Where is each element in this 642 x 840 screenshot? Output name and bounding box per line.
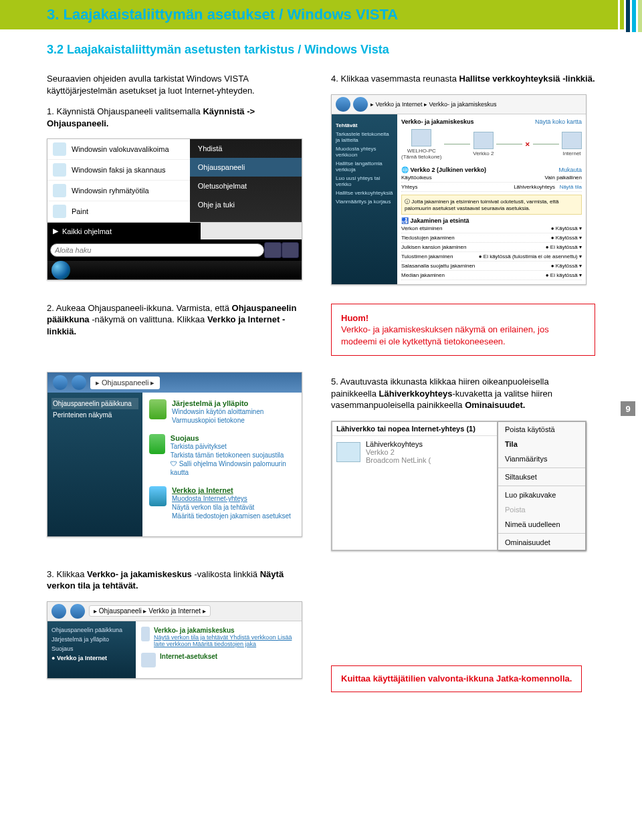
breadcrumb[interactable]: ▸ Ohjauspaneeli ▸ Verkko ja Internet ▸ [89,605,211,617]
menu-item-defaults[interactable]: Oletusohjelmat [190,177,302,195]
screenshot-start-menu: Windowsin valokuvavalikoima Windowsin fa… [47,138,302,280]
menu-item-shortcut[interactable]: Luo pikakuvake [498,488,585,502]
menu-item-bridge[interactable]: Siltaukset [498,469,585,484]
app-icon [53,205,66,218]
task-link[interactable]: Tarkastele tietokoneita ja laitteita [334,130,395,144]
lock-button[interactable] [282,242,299,258]
breadcrumb[interactable]: ▸ Ohjauspaneeli ▸ [90,377,160,389]
back-button[interactable] [51,604,66,619]
start-item[interactable]: Windowsin ryhmätyötila [47,181,190,201]
note-box-2: Kuittaa käyttäjätilien valvonta-ikkuna J… [331,665,582,692]
disconnected-icon: ✕ [525,141,530,148]
page-header: 3. Laajakaistaliittymän asetukset / Wind… [0,0,642,29]
screenshot-network-internet: ▸ Ohjauspaneeli ▸ Verkko ja Internet ▸ O… [47,601,302,679]
task-link[interactable]: Hallitse verkkoyhteyksiä [334,189,395,197]
customize-link[interactable]: Mukauta [558,167,582,173]
section-subtitle: 3.2 Laajakaistaliittymän asetusten tarki… [47,43,595,57]
menu-item-diagnose[interactable]: Vianmääritys [498,451,585,466]
all-programs-button[interactable]: ▶Kaikki ohjelmat [47,223,201,239]
start-search-input[interactable] [50,243,264,257]
start-orb-icon[interactable] [51,261,70,280]
sidebar-item-home[interactable]: Ohjauspaneelin pääikkuna [51,398,138,409]
security-shield-icon [149,434,165,454]
menu-item-control-panel[interactable]: Ohjauspaneeli [190,158,302,177]
app-icon [53,163,66,177]
start-item[interactable]: Paint [47,201,190,222]
taskbar [47,261,302,280]
step-2: 2. Aukeaa Ohjauspaneeli-ikkuna. Varmista… [47,302,311,338]
info-bar: ⓘ Jotta jakaminen ja etsiminen toimivat … [401,195,582,215]
start-item[interactable]: Windowsin valokuvavalikoima [47,139,190,160]
sidebar-item[interactable]: Järjestelmä ja ylläpito [51,635,132,644]
start-item[interactable]: Windowsin faksi ja skannaus [47,160,190,181]
intro-text: Seuraavien ohjeiden avulla tarkistat Win… [47,73,311,96]
menu-item-help[interactable]: Ohje ja tuki [190,195,302,214]
network-globe-icon [149,486,167,506]
sidebar-item-network[interactable]: ● Verkko ja Internet [51,653,132,663]
lan-adapter-icon[interactable] [336,442,360,462]
menu-item-delete: Poista [498,502,585,517]
page-number: 9 [621,401,635,416]
sidebar-item[interactable]: Ohjauspaneelin pääikkuna [51,625,132,635]
back-button[interactable] [336,97,350,112]
back-button[interactable] [53,375,68,390]
menu-item-rename[interactable]: Nimeä uudelleen [498,517,585,532]
app-icon [53,184,66,197]
menu-item-status[interactable]: Tila [498,437,585,451]
system-shield-icon [149,399,167,419]
sidebar-item[interactable]: Suojaus [51,644,132,653]
forward-button[interactable] [353,97,368,112]
forward-button[interactable] [70,604,85,619]
network-center-icon [141,627,150,641]
internet-options-icon [141,653,156,667]
link-internet-options[interactable]: Internet-asetukset [160,653,217,660]
sidebar-item-classic[interactable]: Perinteinen näkymä [51,409,138,421]
pc-icon [411,129,431,146]
link-network-sharing-center[interactable]: Verkko- ja jakamiskeskus [154,627,296,634]
screenshot-lan-context: Lähiverkko tai nopea Internet-yhteys (1)… [331,421,586,551]
screenshot-control-panel: ▸ Ohjauspaneeli ▸ Ohjauspaneelin pääikku… [47,372,302,537]
view-map-link[interactable]: Näytä koko kartta [535,118,582,125]
step-5: 5. Avautuvasta ikkunasta klikkaa hiiren … [331,376,595,411]
context-menu: Poista käytöstä Tila Vianmääritys Siltau… [498,421,586,550]
network-icon [473,132,494,149]
view-status-link[interactable]: Näytä tila [560,184,582,190]
step-4: 4. Klikkaa vasemmasta reunasta Hallitse … [331,73,595,85]
task-link[interactable]: Hallitse langattomia verkkoja [334,159,395,174]
note-box: Huom! Verkko- ja jakamiskeskuksen näkymä… [331,304,595,356]
power-button[interactable] [264,242,282,258]
step-3: 3. Klikkaa Verkko- ja jakamiskeskus -val… [47,568,311,592]
tasks-sidebar: Tehtävät Tarkastele tietokoneita ja lait… [332,114,397,284]
screenshot-network-sharing: ▸ Verkko ja Internet ▸ Verkko- ja jakami… [331,94,586,285]
category-network-internet[interactable]: Verkko ja Internet [172,486,291,494]
step-1: 1. Käynnistä Ohjauspaneeli valitsemalla … [47,106,311,129]
globe-icon [562,132,582,149]
task-link[interactable]: Luo uusi yhteys tai verkko [334,174,395,189]
forward-button[interactable] [72,375,86,390]
task-link[interactable]: Vianmääritys ja korjaus [334,197,395,206]
task-link[interactable]: Muodosta yhteys verkkoon [334,144,395,159]
menu-item-properties[interactable]: Ominaisuudet [498,535,585,550]
menu-item-connect[interactable]: Yhdistä [190,139,302,158]
page-title: 3. Laajakaistaliittymän asetukset / Wind… [0,0,618,29]
category-security[interactable]: Suojaus [171,434,295,442]
app-icon [53,142,66,156]
network-diagram: WELHO-PC(Tämä tietokone) Verkko 2 ✕ Inte… [401,129,582,160]
menu-item-disable[interactable]: Poista käytöstä [498,422,585,437]
category-system[interactable]: Järjestelmä ja ylläpito [172,399,263,407]
